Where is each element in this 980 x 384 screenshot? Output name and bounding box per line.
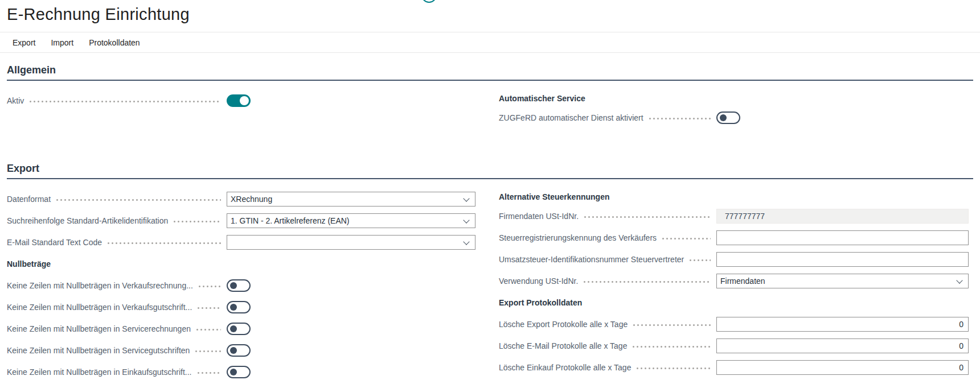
aktiv-label: Aktiv	[7, 96, 24, 105]
null-verkaufsrechnung-label: Keine Zeilen mit Nullbeträgen in Verkauf…	[7, 281, 193, 290]
chevron-down-icon	[463, 195, 469, 201]
dotted-leader	[195, 350, 221, 352]
section-allgemein: Allgemein Aktiv Automatischer Service ZU…	[7, 64, 973, 138]
dotted-leader	[199, 286, 221, 287]
dotted-leader	[662, 238, 711, 240]
dotted-leader	[56, 199, 221, 201]
field-row-zugferd: ZUGFeRD automatischer Dienst aktiviert	[499, 107, 969, 129]
field-row-null-verkaufsgutschrift: Keine Zeilen mit Nullbeträgen in Verkauf…	[7, 296, 475, 318]
section-heading-allgemein[interactable]: Allgemein	[7, 64, 973, 81]
chevron-down-icon	[463, 238, 469, 245]
dotted-leader	[174, 221, 221, 222]
datenformat-label: Datenformat	[7, 195, 51, 204]
suchreihenfolge-select[interactable]: 1. GTIN - 2. Artikelreferenz (EAN)	[227, 213, 475, 228]
umsatzsteuer-steuervertreter-field[interactable]	[716, 252, 969, 267]
page-content: Allgemein Aktiv Automatischer Service ZU…	[0, 64, 980, 383]
steuerregistrierung-field[interactable]	[716, 230, 969, 245]
field-row-email-text-code: E-Mail Standard Text Code	[7, 232, 475, 253]
page-header: E-Rechnung Einrichtung	[0, 0, 980, 24]
field-row-null-einkaufsgutschrift: Keine Zeilen mit Nullbeträgen in Einkauf…	[7, 361, 475, 383]
field-row-datenformat: Datenformat XRechnung	[7, 188, 475, 210]
null-verkaufsrechnung-toggle[interactable]	[227, 279, 251, 292]
toggle-knob-icon	[230, 369, 237, 375]
null-servicerechnungen-toggle[interactable]	[227, 323, 251, 335]
section-export: Export Datenformat XRechnung Suchreihenf…	[7, 163, 973, 383]
dotted-leader	[584, 281, 711, 283]
export-protokolldaten-heading: Export Protokolldaten	[499, 298, 582, 307]
automatischer-service-heading: Automatischer Service	[499, 94, 585, 103]
loesche-export-protokolle-field[interactable]	[716, 317, 969, 332]
loesche-export-protokolle-label: Lösche Export Protokolle alle x Tage	[499, 320, 628, 329]
dotted-leader	[690, 259, 711, 261]
dotted-leader	[633, 324, 711, 326]
null-verkaufsgutschrift-toggle[interactable]	[227, 301, 251, 313]
loesche-email-protokolle-field[interactable]	[716, 338, 969, 353]
dotted-leader	[649, 118, 711, 119]
sub-row-export-protokolldaten: Export Protokolldaten	[499, 292, 969, 313]
export-right-column: Alternative Steuerkennungen Firmendaten …	[499, 188, 969, 383]
action-bar: Export Import Protokolldaten	[0, 32, 980, 53]
field-row-aktiv: Aktiv	[7, 90, 475, 112]
email-text-code-select[interactable]	[227, 235, 475, 250]
null-einkaufsgutschrift-toggle[interactable]	[227, 366, 251, 378]
field-row-steuerregistrierung: Steuerregistrierungskennung des Verkäufe…	[499, 227, 969, 249]
action-export[interactable]: Export	[13, 38, 35, 47]
firmendaten-ustidnr-label: Firmendaten USt-IdNr.	[499, 212, 579, 221]
action-import[interactable]: Import	[51, 38, 73, 47]
datenformat-value: XRechnung	[231, 195, 272, 204]
toggle-knob-icon	[230, 325, 237, 332]
toggle-knob-icon	[240, 96, 249, 105]
field-row-null-verkaufsrechnung: Keine Zeilen mit Nullbeträgen in Verkauf…	[7, 275, 475, 296]
field-row-loesche-export-protokolle: Lösche Export Protokolle alle x Tage	[499, 313, 969, 335]
sub-row-automatischer-service: Automatischer Service	[499, 90, 969, 107]
sub-row-nullbetraege: Nullbeträge	[7, 253, 475, 275]
dotted-leader	[30, 101, 221, 102]
umsatzsteuer-steuervertreter-label: Umsatzsteuer-Identifikationsnummer Steue…	[499, 255, 684, 264]
aktiv-toggle[interactable]	[227, 94, 251, 107]
toggle-knob-icon	[230, 304, 237, 311]
steuerregistrierung-label: Steuerregistrierungskennung des Verkäufe…	[499, 233, 657, 242]
email-text-code-label: E-Mail Standard Text Code	[7, 238, 102, 247]
suchreihenfolge-value: 1. GTIN - 2. Artikelreferenz (EAN)	[231, 216, 350, 225]
dotted-leader	[196, 329, 221, 331]
export-left-column: Datenformat XRechnung Suchreihenfolge St…	[7, 188, 475, 383]
loesche-einkauf-protokolle-field[interactable]	[716, 360, 969, 375]
field-row-verwendung-ustidnr: Verwendung USt-IdNr. Firmendaten	[499, 270, 969, 292]
field-row-null-servicerechnungen: Keine Zeilen mit Nullbeträgen in Service…	[7, 318, 475, 340]
field-row-loesche-einkauf-protokolle: Lösche Einkauf Protokolle alle x Tage	[499, 357, 969, 378]
toggle-knob-icon	[230, 282, 237, 289]
field-row-suchreihenfolge: Suchreihenfolge Standard-Artikelidentifi…	[7, 210, 475, 232]
toggle-knob-icon	[230, 347, 237, 354]
dotted-leader	[198, 307, 221, 309]
null-servicegutschriften-label: Keine Zeilen mit Nullbeträgen in Service…	[7, 346, 190, 355]
firmendaten-ustidnr-field	[716, 209, 969, 224]
verwendung-ustidnr-select[interactable]: Firmendaten	[716, 274, 969, 288]
suchreihenfolge-label: Suchreihenfolge Standard-Artikelidentifi…	[7, 216, 168, 225]
allgemein-left-column: Aktiv	[7, 90, 475, 138]
nullbetraege-heading: Nullbeträge	[7, 259, 51, 269]
section-heading-export[interactable]: Export	[7, 163, 973, 179]
field-row-loesche-email-protokolle: Lösche E-Mail Protokolle alle x Tage	[499, 335, 969, 357]
null-servicerechnungen-label: Keine Zeilen mit Nullbeträgen in Service…	[7, 324, 191, 333]
dotted-leader	[584, 216, 711, 218]
alternative-steuerkennungen-heading: Alternative Steuerkennungen	[499, 192, 610, 201]
datenformat-select[interactable]: XRechnung	[227, 192, 475, 207]
zugferd-toggle[interactable]	[716, 112, 740, 124]
dotted-leader	[108, 242, 221, 244]
page-title: E-Rechnung Einrichtung	[7, 5, 973, 24]
loesche-email-protokolle-label: Lösche E-Mail Protokolle alle x Tage	[499, 341, 627, 350]
dotted-leader	[637, 368, 711, 369]
action-protokolldaten[interactable]: Protokolldaten	[89, 38, 140, 47]
dotted-leader	[198, 372, 222, 374]
field-row-umsatzsteuer-steuervertreter: Umsatzsteuer-Identifikationsnummer Steue…	[499, 249, 969, 270]
null-servicegutschriften-toggle[interactable]	[227, 344, 251, 357]
sub-row-alternative-steuerkennungen: Alternative Steuerkennungen	[499, 188, 969, 205]
loesche-einkauf-protokolle-label: Lösche Einkauf Protokolle alle x Tage	[499, 363, 631, 372]
zugferd-label: ZUGFeRD automatischer Dienst aktiviert	[499, 113, 643, 122]
toggle-knob-icon	[720, 114, 727, 121]
null-einkaufsgutschrift-label: Keine Zeilen mit Nullbeträgen in Einkauf…	[7, 368, 192, 377]
chevron-down-icon	[463, 217, 469, 223]
field-row-null-servicegutschriften: Keine Zeilen mit Nullbeträgen in Service…	[7, 340, 475, 361]
chevron-down-icon	[956, 277, 962, 283]
dotted-leader	[633, 346, 711, 348]
